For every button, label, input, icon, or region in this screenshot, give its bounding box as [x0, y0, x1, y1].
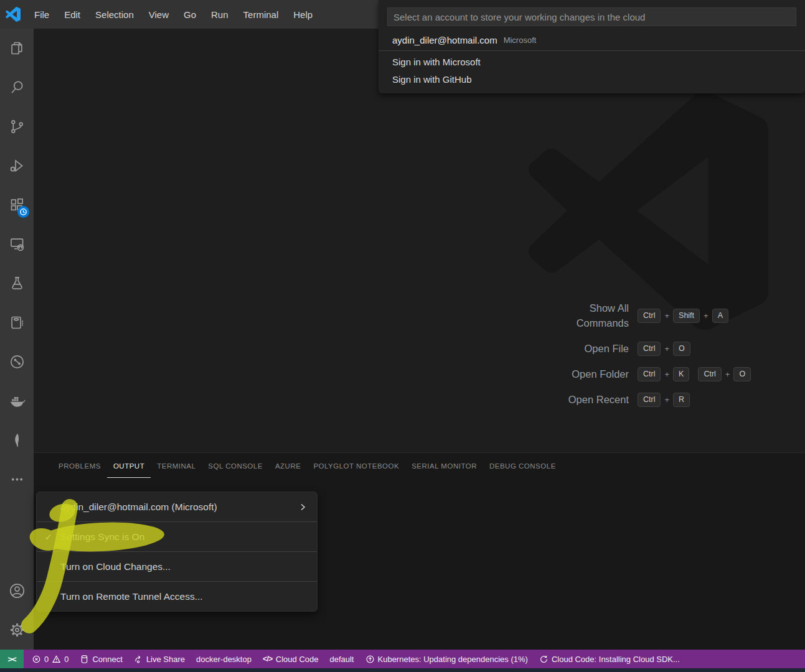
menu-item-file[interactable]: File: [27, 0, 57, 29]
signin-github-label: Sign in with GitHub: [392, 74, 472, 85]
keybinding-chip: Ctrl: [638, 367, 661, 381]
settings-sync-label: Settings Sync is On: [60, 531, 144, 543]
git-graph-icon[interactable]: [0, 342, 34, 381]
panel-tab-bar: PROBLEMS OUTPUT TERMINAL SQL CONSOLE AZU…: [34, 453, 805, 479]
tab-debug-console[interactable]: DEBUG CONSOLE: [483, 455, 562, 478]
plus-sign: +: [664, 370, 669, 379]
quick-pick-widget: aydin_diler@hotmail.com Microsoft Sign i…: [379, 0, 805, 93]
warning-count: 0: [64, 655, 68, 664]
more-actions-icon[interactable]: [0, 460, 34, 499]
docker-icon[interactable]: [0, 381, 34, 421]
watermark-shortcuts: Show All Commands Ctrl + Shift + A Open …: [555, 301, 798, 418]
testing-beaker-icon[interactable]: [0, 264, 34, 303]
polyglot-notebook-icon[interactable]: [0, 303, 34, 342]
keybinding-chip: O: [733, 367, 751, 381]
kubernetes-label: Kubernetes: Updating dependencies (1%): [378, 655, 528, 664]
cloud-upload-icon: [365, 655, 375, 664]
menu-item-account[interactable]: aydin_diler@hotmail.com (Microsoft): [37, 492, 317, 521]
shortcut-row: Open File Ctrl + O: [555, 341, 798, 356]
quick-pick-item-signin-github[interactable]: Sign in with GitHub: [379, 70, 805, 88]
tab-problems[interactable]: PROBLEMS: [52, 455, 107, 478]
account-menu-label: aydin_diler@hotmail.com (Microsoft): [60, 502, 217, 513]
keybinding-chip: Ctrl: [638, 309, 661, 323]
account-provider: Microsoft: [504, 35, 537, 45]
connect-label: Connect: [92, 655, 122, 664]
live-share-label: Live Share: [146, 655, 185, 664]
shortcut-label: Show All Commands: [555, 301, 629, 330]
shortcut-label: Open Folder: [555, 366, 629, 381]
cloud-code-label: Cloud Code: [276, 655, 319, 664]
account-icon[interactable]: [0, 571, 34, 610]
menu-item-edit[interactable]: Edit: [57, 0, 88, 29]
error-icon: [32, 655, 41, 664]
shortcut-row: Open Folder Ctrl + K Ctrl + O: [555, 366, 798, 381]
keybinding-chip: K: [673, 367, 689, 381]
menu-item-remote-tunnel[interactable]: Turn on Remote Tunnel Access...: [37, 582, 317, 611]
check-icon: ✓: [45, 532, 52, 542]
extensions-icon[interactable]: [0, 185, 34, 225]
menu-item-run[interactable]: Run: [204, 0, 236, 29]
remote-tunnel-label: Turn on Remote Tunnel Access...: [60, 591, 203, 602]
problems-status[interactable]: 0 0: [26, 650, 74, 668]
tab-serial-monitor[interactable]: SERIAL MONITOR: [405, 455, 483, 478]
menu-item-cloud-changes[interactable]: Turn on Cloud Changes...: [37, 552, 317, 581]
activity-bar: [0, 29, 34, 650]
menu-item-help[interactable]: Help: [286, 0, 320, 29]
menu-item-view[interactable]: View: [141, 0, 176, 29]
code-icon: </>: [263, 655, 273, 663]
signin-microsoft-label: Sign in with Microsoft: [392, 57, 481, 67]
plus-sign: +: [704, 311, 708, 320]
plus-sign: +: [664, 344, 669, 353]
cloud-changes-label: Turn on Cloud Changes...: [60, 561, 171, 572]
remote-explorer-icon[interactable]: [0, 225, 34, 264]
account-label: aydin_diler@hotmail.com: [392, 35, 497, 45]
vscode-logo-icon: [6, 7, 21, 22]
source-control-icon[interactable]: [0, 107, 34, 146]
tab-polyglot-notebook[interactable]: POLYGLOT NOTEBOOK: [307, 455, 405, 478]
account-context-menu: aydin_diler@hotmail.com (Microsoft) ✓ Se…: [36, 492, 318, 612]
keybinding-chip: R: [673, 393, 690, 407]
warning-icon: [52, 655, 61, 664]
run-debug-icon[interactable]: [0, 146, 34, 185]
shortcut-row: Show All Commands Ctrl + Shift + A: [555, 301, 798, 330]
tab-terminal[interactable]: TERMINAL: [151, 455, 202, 478]
settings-gear-icon[interactable]: [0, 610, 34, 650]
tab-sql-console[interactable]: SQL CONSOLE: [202, 455, 269, 478]
quick-pick-separator: [379, 50, 805, 51]
cloud-sdk-label: Cloud Code: Installing Cloud SDK...: [552, 655, 680, 664]
explorer-icon[interactable]: [0, 29, 34, 68]
keybinding-chip: O: [673, 342, 690, 356]
remote-indicator[interactable]: ><: [0, 650, 24, 668]
vscode-watermark-logo: [529, 91, 768, 330]
menu-item-selection[interactable]: Selection: [88, 0, 141, 29]
cloud-sdk-install-status[interactable]: Cloud Code: Installing Cloud SDK...: [534, 650, 685, 668]
k8s-namespace-status[interactable]: default: [324, 650, 359, 668]
quick-pick-input[interactable]: [387, 7, 796, 26]
remote-icon: ><: [7, 655, 16, 664]
cloud-code-status[interactable]: </> Cloud Code: [257, 650, 324, 668]
sql-connect-status[interactable]: Connect: [74, 650, 128, 668]
plus-sign: +: [664, 311, 669, 320]
shortcut-row: Open Recent Ctrl + R: [555, 392, 798, 407]
window-bottom-edge: [0, 668, 805, 672]
docker-context-label: docker-desktop: [196, 655, 252, 664]
keybinding-chip: Ctrl: [638, 342, 661, 356]
tab-azure[interactable]: AZURE: [269, 455, 307, 478]
quick-pick-item-signin-microsoft[interactable]: Sign in with Microsoft: [379, 53, 805, 70]
chevron-right-icon: [298, 503, 307, 511]
kubernetes-status[interactable]: Kubernetes: Updating dependencies (1%): [360, 650, 534, 668]
menu-item-terminal[interactable]: Terminal: [236, 0, 286, 29]
docker-context-status[interactable]: docker-desktop: [191, 650, 257, 668]
menu-item-go[interactable]: Go: [176, 0, 204, 29]
quick-pick-item-account[interactable]: aydin_diler@hotmail.com Microsoft: [379, 31, 805, 49]
menu-item-settings-sync[interactable]: ✓ Settings Sync is On: [37, 522, 317, 551]
keybinding-chip: Shift: [673, 309, 700, 323]
tab-output[interactable]: OUTPUT: [107, 455, 151, 478]
keybinding-chip: Ctrl: [638, 393, 661, 407]
search-icon[interactable]: [0, 68, 34, 107]
keybinding-chip: Ctrl: [698, 367, 721, 381]
extensions-sync-badge-clock-icon: [17, 206, 29, 218]
live-share-status[interactable]: Live Share: [128, 650, 191, 668]
error-count: 0: [44, 655, 49, 664]
mongodb-leaf-icon[interactable]: [0, 421, 34, 460]
